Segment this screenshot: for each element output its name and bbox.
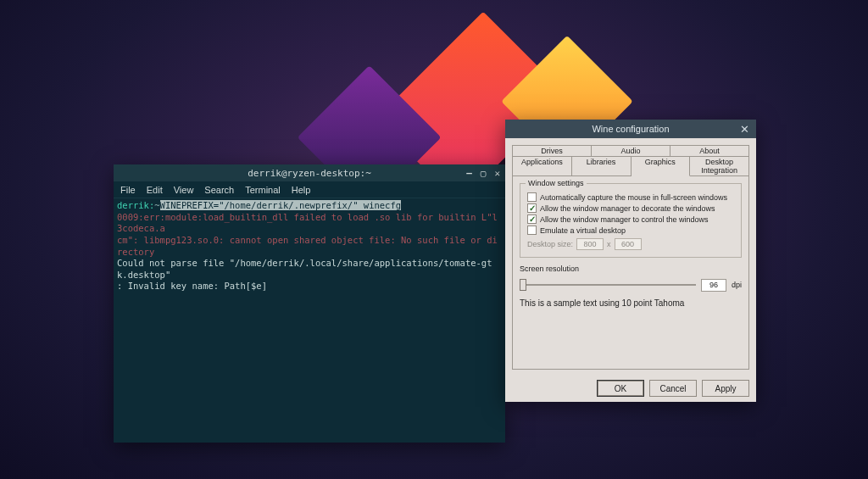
label-control: Allow the window manager to control the …: [540, 215, 709, 224]
ok-button[interactable]: OK: [597, 380, 644, 397]
menu-help[interactable]: Help: [292, 185, 311, 195]
winecfg-window: Wine configuration ✕ Drives Audio About …: [505, 120, 756, 402]
menu-terminal[interactable]: Terminal: [245, 185, 281, 195]
menu-view[interactable]: View: [174, 185, 194, 195]
tab-drives[interactable]: Drives: [512, 145, 592, 156]
prompt-command: WINEPREFIX="/home/derrik/.newprefix/" wi…: [160, 200, 401, 210]
tab-graphics[interactable]: Graphics: [632, 156, 691, 176]
window-settings-group: Window settings Automatically capture th…: [520, 183, 742, 258]
desktop-height-input: 600: [615, 238, 642, 250]
button-bar: OK Cancel Apply: [505, 375, 756, 402]
tab-applications[interactable]: Applications: [512, 156, 572, 175]
winecfg-title-text: Wine configuration: [592, 124, 669, 134]
desktop-size-sep: x: [607, 240, 611, 248]
terminal-line: 0009:err:module:load_builtin_dll failed …: [117, 212, 502, 235]
tab-pane-graphics: Window settings Automatically capture th…: [512, 175, 749, 370]
label-decorate: Allow the window manager to decorate the…: [540, 204, 715, 213]
dpi-slider[interactable]: [520, 284, 696, 286]
tab-about[interactable]: About: [670, 145, 749, 156]
terminal-menubar: File Edit View Search Terminal Help: [114, 181, 505, 198]
menu-search[interactable]: Search: [204, 185, 234, 195]
minimize-icon[interactable]: —: [466, 168, 472, 179]
checkbox-decorate[interactable]: [527, 203, 537, 213]
label-virtual-desktop: Emulate a virtual desktop: [540, 226, 626, 235]
tab-container: Drives Audio About Applications Librarie…: [512, 145, 749, 175]
desktop-size-label: Desktop size:: [527, 240, 573, 248]
terminal-window: derrik@ryzen-desktop:~ — ▢ ✕ File Edit V…: [114, 164, 505, 443]
menu-file[interactable]: File: [120, 185, 136, 195]
screen-resolution-legend: Screen resolution: [520, 265, 742, 273]
dpi-slider-thumb[interactable]: [520, 279, 526, 291]
dpi-value-input[interactable]: 96: [701, 279, 726, 292]
screen-resolution-group: Screen resolution 96 dpi This is a sampl…: [520, 265, 742, 308]
terminal-body[interactable]: derrik:~WINEPREFIX="/home/derrik/.newpre…: [114, 198, 505, 294]
prompt-tilde: ~: [154, 200, 159, 210]
close-icon[interactable]: ✕: [740, 123, 749, 136]
desktop-width-input: 800: [576, 238, 604, 250]
cancel-button[interactable]: Cancel: [649, 380, 697, 397]
terminal-line: : Invalid key name: Path[$e]: [117, 281, 502, 292]
checkbox-auto-capture[interactable]: [527, 192, 537, 202]
tab-libraries[interactable]: Libraries: [572, 156, 632, 175]
terminal-titlebar[interactable]: derrik@ryzen-desktop:~ — ▢ ✕: [114, 164, 505, 181]
prompt-user: derrik:: [117, 200, 154, 210]
menu-edit[interactable]: Edit: [147, 185, 163, 195]
dpi-label: dpi: [732, 281, 742, 289]
close-icon[interactable]: ✕: [494, 168, 500, 179]
tab-desktop-integration[interactable]: Desktop Integration: [690, 156, 749, 175]
dpi-sample-text: This is a sample text using 10 point Tah…: [520, 298, 742, 308]
tab-audio[interactable]: Audio: [592, 145, 670, 156]
label-auto-capture: Automatically capture the mouse in full-…: [540, 193, 727, 202]
checkbox-control[interactable]: [527, 214, 537, 224]
window-settings-legend: Window settings: [526, 179, 587, 187]
checkbox-virtual-desktop[interactable]: [527, 226, 537, 235]
apply-button[interactable]: Apply: [702, 380, 749, 397]
maximize-icon[interactable]: ▢: [481, 168, 487, 179]
terminal-title-text: derrik@ryzen-desktop:~: [248, 168, 371, 179]
terminal-line: cm": libmpg123.so.0: cannot open shared …: [117, 235, 502, 258]
terminal-line: Could not parse file "/home/derrik/.loca…: [117, 258, 502, 281]
winecfg-titlebar[interactable]: Wine configuration ✕: [505, 120, 756, 138]
